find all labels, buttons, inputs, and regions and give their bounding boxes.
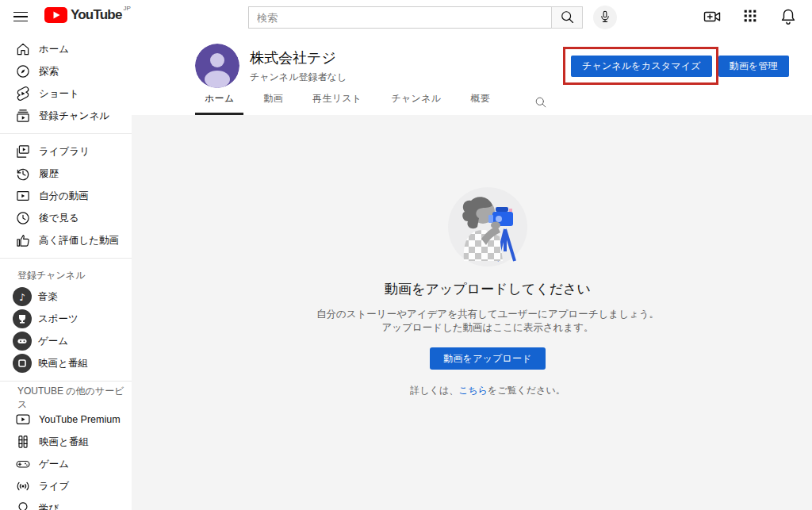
notifications-button[interactable] [779, 7, 798, 26]
sports-channel-avatar [13, 309, 32, 328]
help-text-suffix: をご覧ください。 [488, 385, 565, 396]
topbar: YouTube JP [0, 0, 812, 33]
sidebar-item-liked-videos[interactable]: 高く評価した動画 [0, 229, 132, 251]
sidebar-item-shorts[interactable]: ショート [0, 82, 132, 105]
customize-channel-button[interactable]: チャンネルをカスタマイズ [571, 56, 712, 77]
sidebar-item-label: 探索 [39, 65, 59, 79]
live-broadcast-icon [14, 477, 32, 495]
history-icon [14, 165, 32, 182]
search-icon [559, 9, 575, 27]
movies-channel-avatar [13, 354, 32, 373]
sidebar-item-learning[interactable]: 学び [0, 497, 132, 510]
voice-search-button[interactable] [593, 6, 617, 29]
subscriptions-icon [14, 107, 32, 125]
channel-subscriber-status: チャンネル登録者なし [250, 71, 347, 84]
watch-later-clock-icon [14, 209, 32, 227]
channel-header: 株式会社テジ チャンネル登録者なし チャンネルをカスタマイズ 動画を管理 [132, 33, 812, 90]
sidebar: ホーム 探索 ショート 登録チャンネル ライブラリ 履歴 自分の動画 [0, 33, 132, 510]
create-video-icon [703, 17, 722, 29]
sidebar-divider [0, 381, 132, 382]
sidebar-subscription-music[interactable]: ♪ 音楽 [0, 286, 132, 308]
sidebar-item-home[interactable]: ホーム [0, 38, 132, 60]
tab-about[interactable]: 概要 [461, 92, 500, 115]
sidebar-item-explore[interactable]: 探索 [0, 60, 132, 82]
sidebar-subscription-sports[interactable]: スポーツ [0, 308, 132, 330]
gaming-channel-avatar [13, 332, 32, 351]
sidebar-item-label: ライブラリ [39, 145, 90, 159]
sidebar-item-label: 後で見る [39, 212, 79, 225]
sidebar-item-label: YouTube Premium [39, 414, 121, 425]
tab-videos[interactable]: 動画 [254, 92, 293, 115]
shorts-icon [14, 85, 32, 102]
sidebar-subscription-movies[interactable]: 映画と番組 [0, 352, 132, 374]
music-channel-avatar: ♪ [13, 287, 32, 306]
microphone-icon [598, 10, 612, 26]
tab-home[interactable]: ホーム [195, 92, 243, 115]
sidebar-item-label: 履歴 [39, 167, 59, 181]
channel-tabs: ホーム 動画 再生リスト チャンネル 概要 [195, 90, 812, 115]
youtube-channel-page: YouTube JP [0, 0, 812, 510]
thumbs-up-icon [14, 232, 32, 249]
description-line-2: アップロードした動画はここに表示されます。 [147, 321, 812, 335]
sidebar-item-label: 登録チャンネル [39, 109, 109, 123]
main-content: 株式会社テジ チャンネル登録者なし チャンネルをカスタマイズ 動画を管理 ホーム… [132, 33, 812, 510]
youtube-logo-region: JP [124, 5, 131, 12]
description-line-1: 自分のストーリーやアイデアを共有してユーザーにアプローチしましょう。 [147, 308, 812, 321]
upload-video-button[interactable]: 動画をアップロード [430, 347, 546, 370]
sidebar-divider [0, 133, 132, 134]
sidebar-item-label: 学び [39, 502, 59, 510]
sidebar-item-youtube-premium[interactable]: YouTube Premium [0, 408, 132, 431]
search-input[interactable] [248, 6, 551, 29]
channel-avatar[interactable] [195, 44, 239, 88]
tab-playlists[interactable]: 再生リスト [303, 92, 371, 115]
youtube-logo[interactable]: YouTube JP [44, 6, 131, 27]
topbar-actions [703, 0, 798, 33]
sidebar-item-label: スポーツ [38, 313, 79, 326]
sidebar-item-your-videos[interactable]: 自分の動画 [0, 185, 132, 207]
apps-button[interactable] [741, 7, 760, 26]
sidebar-item-label: ゲーム [39, 458, 69, 471]
help-link[interactable]: こちら [458, 385, 488, 396]
notifications-bell-icon [779, 17, 798, 29]
sidebar-divider [0, 258, 132, 259]
channel-name: 株式会社テジ [250, 48, 347, 67]
empty-state: 動画をアップロードしてください 自分のストーリーやアイデアを共有してユーザーにア… [147, 115, 812, 397]
manage-videos-button[interactable]: 動画を管理 [718, 56, 789, 77]
sidebar-subscription-gaming[interactable]: ゲーム [0, 330, 132, 352]
help-text: 詳しくは、こちらをご覧ください。 [147, 384, 812, 397]
sidebar-item-live[interactable]: ライブ [0, 475, 132, 497]
sidebar-item-label: 自分の動画 [39, 190, 89, 203]
search-area [248, 6, 617, 29]
channel-meta: 株式会社テジ チャンネル登録者なし [250, 48, 347, 84]
sidebar-item-movies-service[interactable]: 映画と番組 [0, 431, 132, 453]
tab-channels[interactable]: チャンネル [381, 92, 450, 115]
subscriptions-section-header: 登録チャンネル [0, 265, 132, 286]
empty-state-description: 自分のストーリーやアイデアを共有してユーザーにアプローチしましょう。 アップロー… [147, 308, 812, 335]
hamburger-menu-icon[interactable] [11, 7, 30, 26]
sidebar-item-label: 映画と番組 [39, 435, 89, 449]
youtube-premium-icon [14, 411, 32, 428]
sidebar-item-subscriptions[interactable]: 登録チャンネル [0, 105, 132, 127]
film-strip-icon [14, 433, 32, 451]
sidebar-item-label: 音楽 [38, 290, 58, 304]
channel-actions: チャンネルをカスタマイズ 動画を管理 [571, 56, 789, 77]
create-video-button[interactable] [703, 7, 722, 26]
sidebar-item-label: ゲーム [38, 335, 68, 348]
sidebar-item-history[interactable]: 履歴 [0, 163, 132, 185]
sidebar-item-library[interactable]: ライブラリ [0, 140, 132, 163]
sidebar-item-watch-later[interactable]: 後で見る [0, 207, 132, 229]
sidebar-item-label: ライブ [39, 480, 69, 493]
your-videos-icon [14, 187, 32, 205]
channel-search-icon[interactable] [526, 95, 555, 115]
help-text-prefix: 詳しくは、 [410, 385, 458, 396]
sidebar-item-label: 映画と番組 [38, 357, 88, 370]
youtube-logo-icon [44, 6, 67, 27]
services-section-header: YOUTUBE の他のサービス [0, 388, 132, 408]
search-button[interactable] [551, 6, 583, 29]
home-icon [14, 40, 32, 58]
apps-grid-icon [741, 15, 759, 27]
svg-text:♪: ♪ [19, 292, 25, 303]
library-icon [14, 143, 32, 160]
lightbulb-icon [14, 500, 32, 510]
sidebar-item-gaming-service[interactable]: ゲーム [0, 453, 132, 475]
